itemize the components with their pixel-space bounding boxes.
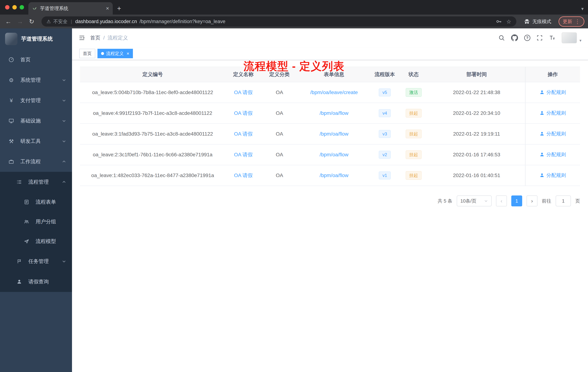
user-avatar[interactable]: [562, 33, 577, 43]
minimize-window-button[interactable]: [12, 5, 17, 10]
page-size-select[interactable]: 10条/页: [457, 196, 492, 206]
form-link[interactable]: /bpm/oa/leave/create: [310, 89, 358, 95]
assign-rule-label: 分配规则: [546, 110, 566, 116]
sidebar-item-label: 支付管理: [20, 97, 56, 104]
tab-search-chevron-icon[interactable]: ▾: [581, 6, 584, 12]
cell-definition-id: oa_leave:1:482ec033-762a-11ec-8477-a2380…: [80, 165, 225, 186]
back-button[interactable]: ←: [4, 18, 13, 25]
app-logo[interactable]: 芋道管理系统: [0, 28, 72, 50]
help-icon[interactable]: ?: [524, 35, 530, 41]
main-area: 首页 / 流程定义 ?: [72, 28, 588, 372]
assign-rule-label: 分配规则: [546, 172, 566, 178]
sidebar-item-payment-management[interactable]: ¥ 支付管理: [0, 90, 72, 111]
favicon: [32, 6, 37, 11]
close-window-button[interactable]: [5, 5, 10, 10]
briefcase-icon: [8, 159, 15, 164]
github-icon[interactable]: [511, 34, 518, 41]
update-label: 更新: [563, 18, 572, 25]
prev-page-button[interactable]: ‹: [496, 196, 507, 206]
breadcrumb-home[interactable]: 首页: [90, 34, 100, 41]
page-1-button[interactable]: 1: [511, 196, 522, 206]
bookmark-star-icon[interactable]: ☆: [506, 18, 511, 25]
sidebar-item-infrastructure[interactable]: 基础设施: [0, 111, 72, 131]
sidebar-item-home[interactable]: 首页: [0, 50, 72, 70]
browser-toolbar: ← → ↻ ⚠ 不安全 | dashboard.yudao.iocoder.cn…: [0, 15, 588, 28]
search-icon[interactable]: [498, 34, 505, 41]
key-icon[interactable]: [496, 18, 502, 25]
column-header-actions: 操作: [525, 67, 580, 82]
update-chip[interactable]: 更新 ⋮: [558, 16, 584, 27]
table-row: oa_leave:2:3c1f0ef1-76b1-11ec-9c66-a2380…: [80, 144, 580, 165]
column-header-deploy-time: 部署时间: [428, 67, 525, 82]
fullscreen-icon[interactable]: [536, 35, 543, 41]
browser-tab[interactable]: 芋道管理系统 ×: [28, 2, 113, 15]
app-root: 流程模型 - 定义列表 芋道管理系统 首页 ⚙ 系统管理 ¥ 支付管理: [0, 28, 588, 372]
definition-name-link[interactable]: OA 请假: [234, 89, 253, 95]
definition-name-link[interactable]: OA 请假: [234, 152, 253, 157]
status-badge: 激活: [406, 88, 422, 97]
sidebar-item-process-management[interactable]: 流程管理: [0, 172, 72, 192]
tab-close-icon[interactable]: ×: [106, 5, 109, 11]
version-badge: v2: [379, 151, 390, 159]
form-link[interactable]: /bpm/oa/flow: [320, 110, 348, 116]
font-size-icon[interactable]: [549, 34, 556, 41]
sidebar-item-process-form[interactable]: 流程表单: [0, 192, 72, 212]
sidebar-item-process-model[interactable]: 流程模型: [0, 231, 72, 251]
sidebar-toggle-icon[interactable]: [79, 34, 85, 41]
browser-tabstrip: 芋道管理系统 × + ▾: [0, 0, 588, 15]
cell-definition-id: oa_leave:3:1fad3d93-7b75-11ec-a3c8-acde4…: [80, 124, 225, 144]
version-badge: v5: [379, 88, 390, 97]
tag-close-icon[interactable]: ×: [126, 51, 129, 56]
chevron-up-icon: [62, 159, 66, 164]
new-tab-button[interactable]: +: [117, 5, 121, 12]
assign-rule-link[interactable]: 分配规则: [539, 151, 566, 158]
next-page-button[interactable]: ›: [526, 196, 537, 206]
chevron-down-icon: [62, 259, 66, 263]
chevron-up-icon: [62, 180, 66, 184]
address-bar[interactable]: ⚠ 不安全 | dashboard.yudao.iocoder.cn/bpm/m…: [42, 16, 516, 27]
definition-name-link[interactable]: OA 请假: [234, 131, 253, 137]
tag-home[interactable]: 首页: [79, 49, 95, 58]
browser-menu-icon[interactable]: ⋮: [575, 18, 580, 25]
tags-view: 首页 流程定义 ×: [72, 47, 588, 60]
gear-icon: ⚙: [8, 77, 15, 83]
cell-category: OA: [262, 103, 298, 124]
assign-rule-link[interactable]: 分配规则: [539, 110, 566, 116]
definition-name-link[interactable]: OA 请假: [234, 110, 253, 116]
sidebar-item-user-group[interactable]: 用户分组: [0, 212, 72, 231]
incognito-label: 无痕模式: [532, 18, 551, 25]
maximize-window-button[interactable]: [20, 5, 24, 10]
yen-icon: ¥: [8, 97, 15, 104]
monitor-icon: [8, 118, 15, 124]
sidebar-item-task-management[interactable]: 任务管理: [0, 251, 72, 272]
sidebar-item-dev-tools[interactable]: ⚒ 研发工具: [0, 131, 72, 152]
cell-deploy-time: 2022-01-22 19:19:11: [428, 124, 525, 144]
page-size-value: 10条/页: [460, 198, 476, 204]
assign-rule-link[interactable]: 分配规则: [539, 172, 566, 178]
browser-window: 芋道管理系统 × + ▾ ← → ↻ ⚠ 不安全 | dashboard.yud…: [0, 0, 588, 372]
form-link[interactable]: /bpm/oa/flow: [320, 131, 348, 137]
sidebar-item-label: 请假查询: [28, 278, 66, 285]
sidebar-item-leave-query[interactable]: 请假查询: [0, 272, 72, 292]
assign-rule-link[interactable]: 分配规则: [539, 89, 566, 96]
cell-deploy-time: 2022-01-16 17:46:53: [428, 144, 525, 165]
cell-definition-id: oa_leave:4:991f2193-7b7f-11ec-a3c8-acde4…: [80, 103, 225, 124]
sidebar-item-label: 系统管理: [20, 77, 56, 84]
cell-category: OA: [262, 124, 298, 144]
goto-page-input[interactable]: [556, 196, 571, 206]
assign-rule-link[interactable]: 分配规则: [539, 131, 566, 137]
list-icon: [16, 179, 22, 185]
tag-process-definition[interactable]: 流程定义 ×: [97, 49, 133, 58]
document-icon: [23, 199, 30, 205]
sidebar-item-workflow[interactable]: 工作流程: [0, 152, 72, 172]
pagination-total: 共 5 条: [438, 198, 452, 204]
form-link[interactable]: /bpm/oa/flow: [320, 152, 348, 157]
sidebar-item-system-management[interactable]: ⚙ 系统管理: [0, 70, 72, 90]
forward-button[interactable]: →: [15, 18, 25, 25]
cell-deploy-time: 2022-01-22 20:34:10: [428, 103, 525, 124]
status-badge: 挂起: [406, 109, 422, 118]
form-link[interactable]: /bpm/oa/flow: [320, 173, 348, 178]
user-group-icon: [23, 219, 30, 224]
reload-button[interactable]: ↻: [27, 18, 36, 25]
definition-name-link[interactable]: OA 请假: [234, 173, 253, 178]
